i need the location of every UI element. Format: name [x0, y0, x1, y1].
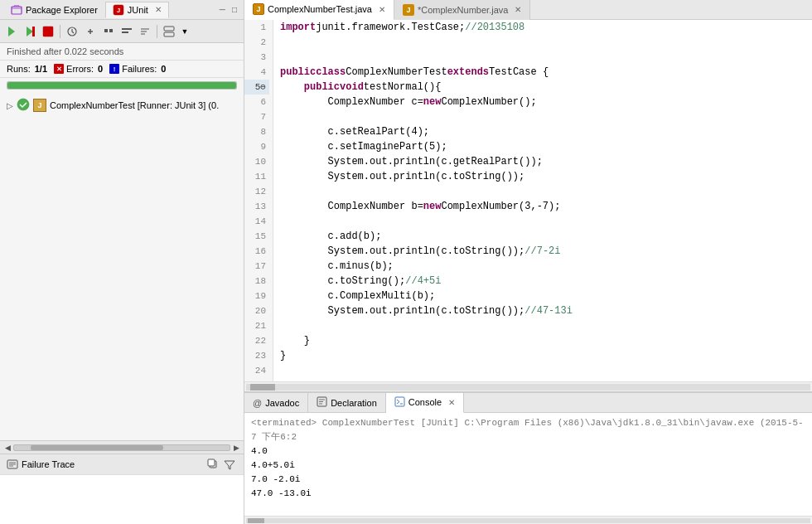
line-num-21: 21 — [244, 318, 269, 333]
filter-trace-button[interactable] — [222, 457, 237, 472]
svg-rect-10 — [122, 28, 132, 30]
tab-package-explorer-label: Package Explorer — [26, 5, 98, 15]
code-content[interactable]: import junit.framework.TestCase; //20135… — [273, 20, 812, 381]
svg-marker-3 — [8, 27, 15, 36]
tab-junit[interactable]: J JUnit ✕ — [105, 2, 169, 18]
runs-label: Runs: — [7, 64, 31, 74]
h-scroll-track[interactable] — [13, 444, 230, 451]
main-container: Package Explorer J JUnit ✕ ─ □ — [0, 0, 812, 524]
view-btn-2[interactable] — [118, 23, 135, 40]
test-status-icon — [17, 98, 30, 113]
h-scroll-thumb[interactable] — [31, 445, 163, 450]
failures-value: 0 — [161, 64, 166, 74]
failure-trace-header: Failure Trace — [0, 454, 244, 474]
code-line-11: System.out.println(c.toString()); — [280, 169, 812, 184]
stop-button[interactable] — [40, 23, 56, 40]
line-num-13: 13 — [244, 199, 269, 214]
code-line-13: ComplexNumber b=new ComplexNumber(3,-7); — [280, 199, 812, 214]
rerun-failed-button[interactable] — [22, 23, 38, 40]
layout-button[interactable] — [161, 23, 177, 40]
history-button[interactable] — [64, 23, 80, 40]
tab-complex-number-test-close[interactable]: ✕ — [379, 5, 385, 14]
code-line-1: import junit.framework.TestCase; //20135… — [280, 20, 812, 35]
svg-rect-5 — [32, 27, 35, 36]
code-line-24 — [280, 363, 812, 378]
close-junit-tab-icon[interactable]: ✕ — [155, 5, 162, 14]
failure-trace-actions — [205, 457, 237, 472]
maximize-icon[interactable]: □ — [229, 5, 240, 14]
scroll-right-arrow[interactable]: ▶ — [230, 442, 242, 454]
tab-complex-number[interactable]: J *ComplexNumber.java ✕ — [394, 0, 530, 20]
junit-icon: J — [113, 4, 124, 16]
code-line-12 — [280, 184, 812, 199]
scroll-left-arrow[interactable]: ◀ — [2, 442, 13, 454]
code-line-20: System.out.println(c.toString());//47-13… — [280, 303, 812, 318]
editor-scroll-track[interactable] — [246, 384, 810, 391]
line-num-6: 6 — [244, 95, 269, 109]
failure-trace-panel: Failure Trace — [0, 454, 244, 524]
tab-javadoc[interactable]: @ Javadoc — [244, 393, 308, 413]
editor-h-scrollbar[interactable] — [244, 381, 812, 391]
line-num-16: 16 — [244, 244, 269, 259]
copy-trace-button[interactable] — [205, 457, 220, 472]
svg-rect-6 — [43, 27, 53, 36]
view-btn-1[interactable] — [100, 23, 117, 40]
svg-rect-11 — [122, 32, 128, 33]
code-line-9: c.setImaginePart(5); — [280, 139, 812, 154]
svg-point-14 — [17, 99, 29, 110]
code-editor: 1 2 3 4 5⊖ 6 7 8 9 10 11 12 13 14 15 16 — [244, 20, 812, 381]
console-scroll-thumb[interactable] — [248, 518, 264, 523]
tab-package-explorer[interactable]: Package Explorer — [3, 2, 105, 18]
code-line-17: c.minus(b); — [280, 259, 812, 274]
console-label: Console — [408, 397, 442, 407]
javadoc-label: Javadoc — [265, 398, 299, 408]
code-line-5: public void testNormal(){ — [280, 80, 812, 95]
code-line-2 — [280, 35, 812, 50]
javadoc-tab-icon: @ — [253, 398, 262, 408]
errors-icon: ✕ — [54, 64, 64, 74]
console-scroll-track[interactable] — [246, 518, 810, 523]
console-h-scrollbar[interactable] — [244, 516, 812, 524]
collapse-all-button[interactable] — [137, 23, 153, 40]
tab-complex-number-label: *ComplexNumber.java — [418, 5, 508, 15]
code-line-10: System.out.println(c.getRealPart()); — [280, 154, 812, 169]
console-output: <terminated> ComplexNumberTest [JUnit] C… — [244, 413, 812, 516]
line-num-8: 8 — [244, 124, 269, 139]
minimize-icon[interactable]: ─ — [216, 5, 229, 14]
svg-text:J: J — [117, 7, 120, 14]
tab-complex-number-test[interactable]: J ComplexNumberTest.java ✕ — [244, 0, 394, 20]
editor-scroll-thumb[interactable] — [250, 384, 275, 391]
tab-console[interactable]: Console ✕ — [386, 393, 464, 413]
line-num-14: 14 — [244, 214, 269, 229]
line-num-12: 12 — [244, 184, 269, 199]
line-num-19: 19 — [244, 289, 269, 303]
line-num-7: 7 — [244, 109, 269, 124]
rerun-button[interactable] — [3, 23, 20, 40]
errors-label: Errors: — [66, 64, 94, 74]
bottom-tabs-bar: @ Javadoc Declaration Console ✕ — [244, 393, 812, 413]
test-tree-item[interactable]: ▷ J ComplexNumberTest [Runner: JUnit 3] … — [3, 96, 240, 114]
code-line-14 — [280, 214, 812, 229]
tab-declaration[interactable]: Declaration — [308, 393, 386, 413]
svg-rect-8 — [104, 29, 108, 32]
failure-trace-body — [0, 474, 244, 524]
code-line-19: c.ComplexMulti(b); — [280, 289, 812, 303]
runs-stat: Runs: 1/1 — [7, 64, 47, 74]
line-num-3: 3 — [244, 50, 269, 65]
code-line-23: } — [280, 348, 812, 363]
svg-rect-9 — [109, 29, 113, 32]
console-close-icon[interactable]: ✕ — [448, 398, 455, 407]
list-icon — [7, 458, 18, 470]
right-panel: J ComplexNumberTest.java ✕ J *ComplexNum… — [244, 0, 812, 524]
left-panel: Package Explorer J JUnit ✕ ─ □ — [0, 0, 244, 524]
link-button[interactable] — [82, 23, 99, 40]
test-class-icon: J — [33, 99, 46, 112]
left-h-scrollbar[interactable]: ◀ ▶ — [0, 440, 244, 454]
tab-complex-number-test-label: ComplexNumberTest.java — [268, 4, 372, 14]
line-num-9: 9 — [244, 139, 269, 154]
toolbar-dropdown[interactable]: ▼ — [179, 23, 191, 40]
tab-complex-number-close[interactable]: ✕ — [515, 5, 521, 14]
progress-bar-container — [7, 81, 237, 90]
failures-label: Failures: — [122, 64, 157, 74]
line-numbers: 1 2 3 4 5⊖ 6 7 8 9 10 11 12 13 14 15 16 — [244, 20, 273, 381]
